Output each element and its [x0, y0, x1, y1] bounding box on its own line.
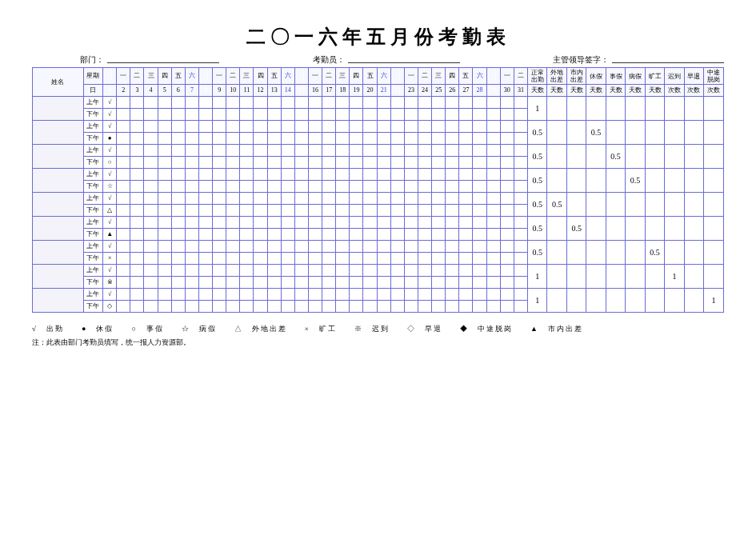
header-weekday: 四: [446, 68, 459, 85]
mark-cell: [185, 217, 198, 229]
sum-cell: [645, 97, 664, 121]
mark-cell: [377, 301, 390, 313]
mark-cell: [198, 217, 212, 229]
mark-cell: [473, 265, 486, 277]
header-weekday: 三: [144, 68, 158, 85]
mark-cell: [459, 217, 473, 229]
mark-cell: [267, 277, 281, 289]
sum-cell: [606, 289, 625, 313]
mark-cell: [350, 109, 363, 121]
mark-cell: [130, 241, 144, 253]
sum-cell: [626, 265, 645, 289]
mark-cell: [213, 253, 226, 265]
mark-cell: [308, 205, 322, 217]
shift-am: 上午: [83, 97, 102, 109]
mark-cell: [240, 289, 254, 301]
mark-cell: [390, 157, 404, 169]
sum-cell: [665, 169, 684, 193]
mark-cell: [363, 241, 377, 253]
mark-cell: [117, 241, 130, 253]
header-summary: 外地出差: [547, 68, 566, 85]
mark-cell: [350, 205, 363, 217]
mark-cell: [117, 265, 130, 277]
mark-cell: [473, 241, 486, 253]
mark-cell: [171, 181, 185, 193]
header-date: 3: [130, 85, 144, 97]
mark-cell: [267, 289, 281, 301]
name-cell: [33, 145, 84, 169]
sum-cell: [684, 217, 703, 241]
mark-cell: [171, 253, 185, 265]
mark-cell: [144, 265, 158, 277]
mark-cell: [171, 289, 185, 301]
legend: √ 出勤 ● 休假 ○ 事假 ☆ 病假 △ 外地出差 × 旷工 ※ 迟到 ◇ 早…: [32, 324, 724, 334]
header-weekday: 一: [308, 68, 322, 85]
name-cell: [33, 169, 84, 193]
mark-cell: [322, 277, 336, 289]
header-weekday: 日: [198, 68, 212, 85]
mark-cell: [432, 301, 446, 313]
mark-cell: [158, 97, 171, 109]
mark-cell: [514, 193, 527, 205]
mark-cell: [281, 301, 294, 313]
mark-cell: [226, 217, 240, 229]
header-summary: 正常出勤: [527, 68, 546, 85]
mark-cell: [185, 301, 198, 313]
mark-cell: [404, 181, 418, 193]
mark-cell: [308, 289, 322, 301]
mark-cell: [446, 217, 459, 229]
mark-cell: [404, 301, 418, 313]
mark-cell: [240, 301, 254, 313]
mark-cell: [363, 217, 377, 229]
mark-cell: [363, 169, 377, 181]
mark-cell: [446, 133, 459, 145]
sum-cell: [704, 145, 724, 169]
mark-cell: [473, 277, 486, 289]
mark-cell: [446, 145, 459, 157]
mark-cell: [514, 205, 527, 217]
mark-cell: [144, 277, 158, 289]
mark-cell: [432, 181, 446, 193]
header-summary: 市内出差: [566, 68, 586, 85]
header-weekday: 日: [103, 68, 117, 85]
mark-cell: [514, 169, 527, 181]
mark-cell: [336, 145, 350, 157]
sum-cell: [684, 121, 703, 145]
mark-cell: [198, 241, 212, 253]
mark-cell: [390, 217, 404, 229]
mark-cell: [404, 277, 418, 289]
mark-cell: [473, 97, 486, 109]
name-cell: [33, 289, 84, 313]
mark-cell: [377, 241, 390, 253]
mark-cell: [336, 169, 350, 181]
mark-cell: [308, 193, 322, 205]
mark-cell: [418, 181, 431, 193]
mark-cell: [213, 169, 226, 181]
mark-cell: [144, 217, 158, 229]
shift-am: 上午: [83, 289, 102, 301]
mark-cell: [377, 169, 390, 181]
mark-cell: √: [103, 289, 117, 301]
sum-cell: [586, 265, 606, 289]
mark-cell: [185, 145, 198, 157]
mark-cell: [377, 253, 390, 265]
mark-cell: [117, 145, 130, 157]
mark-cell: ×: [103, 253, 117, 265]
mark-cell: [294, 301, 308, 313]
mark-cell: [322, 181, 336, 193]
mark-cell: ※: [103, 277, 117, 289]
mark-cell: [308, 97, 322, 109]
mark-cell: [267, 181, 281, 193]
mark-cell: [322, 253, 336, 265]
shift-am: 上午: [83, 217, 102, 229]
mark-cell: [144, 97, 158, 109]
mark-cell: [117, 121, 130, 133]
mark-cell: [390, 205, 404, 217]
mark-cell: [294, 97, 308, 109]
mark-cell: [350, 181, 363, 193]
mark-cell: √: [103, 97, 117, 109]
mark-cell: ☆: [103, 181, 117, 193]
sum-cell: [704, 169, 724, 193]
mark-cell: [350, 133, 363, 145]
mark-cell: [404, 289, 418, 301]
